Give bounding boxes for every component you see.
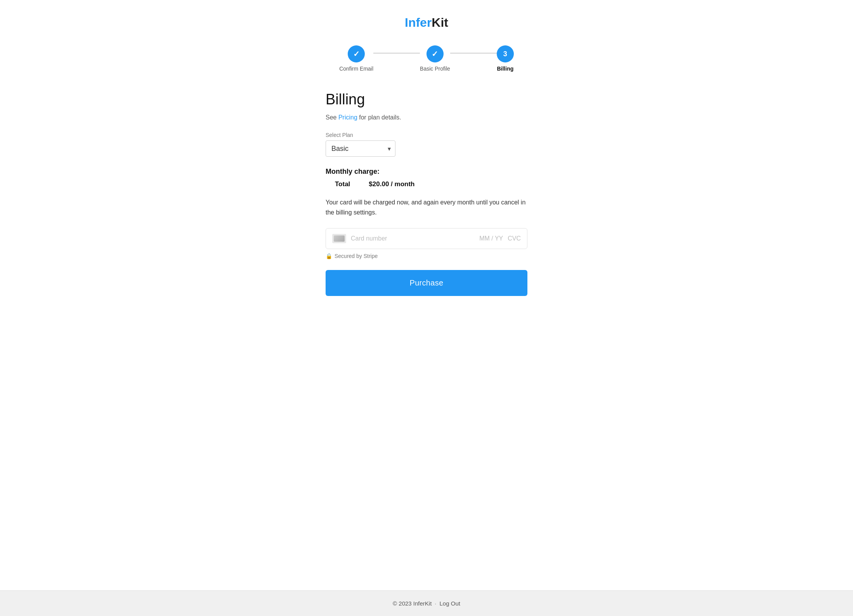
lock-icon: 🔒 [326, 253, 332, 259]
charge-row: Total $20.00 / month [335, 180, 527, 188]
form-container: Billing See Pricing for plan details. Se… [326, 91, 527, 296]
pricing-note: See Pricing for plan details. [326, 114, 527, 121]
card-expiry-placeholder: MM / YY [479, 235, 503, 242]
card-cvc-placeholder: CVC [508, 235, 521, 242]
footer-dot: · [435, 600, 436, 607]
step-circle-1: ✓ [348, 45, 365, 62]
monthly-charge-heading: Monthly charge: [326, 168, 527, 176]
secure-badge: 🔒 Secured by Stripe [326, 253, 527, 259]
secure-text: Secured by Stripe [335, 253, 378, 259]
card-icon-inner [334, 235, 345, 242]
charge-table: Total $20.00 / month [335, 180, 527, 188]
total-label: Total [335, 180, 350, 188]
checkmark-icon-1: ✓ [353, 49, 360, 59]
logo-infer: Infer [405, 16, 432, 29]
select-plan-label: Select Plan [326, 132, 527, 138]
checkmark-icon-2: ✓ [432, 49, 438, 59]
main-content: InferKit ✓ Confirm Email ✓ Basic Profile… [0, 0, 853, 590]
card-number-placeholder: Card number [351, 235, 475, 242]
select-plan-group: Select Plan Basic Pro Enterprise ▾ [326, 132, 527, 157]
plan-select[interactable]: Basic Pro Enterprise [326, 140, 395, 157]
logo-kit: Kit [432, 16, 448, 29]
step-circle-2: ✓ [426, 45, 444, 62]
stepper: ✓ Confirm Email ✓ Basic Profile 3 Billin… [339, 45, 514, 72]
pricing-note-prefix: See [326, 114, 338, 121]
step-label-2: Basic Profile [420, 66, 450, 72]
purchase-button[interactable]: Purchase [326, 270, 527, 296]
footer-copyright: © 2023 InferKit [393, 600, 432, 607]
logout-link[interactable]: Log Out [440, 600, 460, 607]
logo-area: InferKit [405, 16, 448, 30]
footer-links: © 2023 InferKit · Log Out [393, 600, 460, 607]
footer: © 2023 InferKit · Log Out [0, 590, 853, 616]
pricing-link[interactable]: Pricing [338, 114, 357, 121]
step-confirm-email: ✓ Confirm Email [339, 45, 373, 72]
page-title: Billing [326, 91, 527, 108]
step-billing: 3 Billing [497, 45, 514, 72]
step-basic-profile: ✓ Basic Profile [420, 45, 450, 72]
step-circle-3: 3 [497, 45, 514, 62]
step-label-3: Billing [497, 66, 513, 72]
select-wrapper: Basic Pro Enterprise ▾ [326, 140, 395, 157]
pricing-note-suffix: for plan details. [357, 114, 401, 121]
step-connector-2 [450, 53, 497, 54]
step-label-1: Confirm Email [339, 66, 373, 72]
step-number-3: 3 [503, 50, 507, 58]
card-input-area[interactable]: Card number MM / YY CVC [326, 228, 527, 249]
step-connector-1 [373, 53, 420, 54]
charge-note: Your card will be charged now, and again… [326, 197, 527, 217]
total-value: $20.00 / month [369, 180, 414, 188]
logo: InferKit [405, 16, 448, 30]
card-icon [332, 234, 346, 243]
